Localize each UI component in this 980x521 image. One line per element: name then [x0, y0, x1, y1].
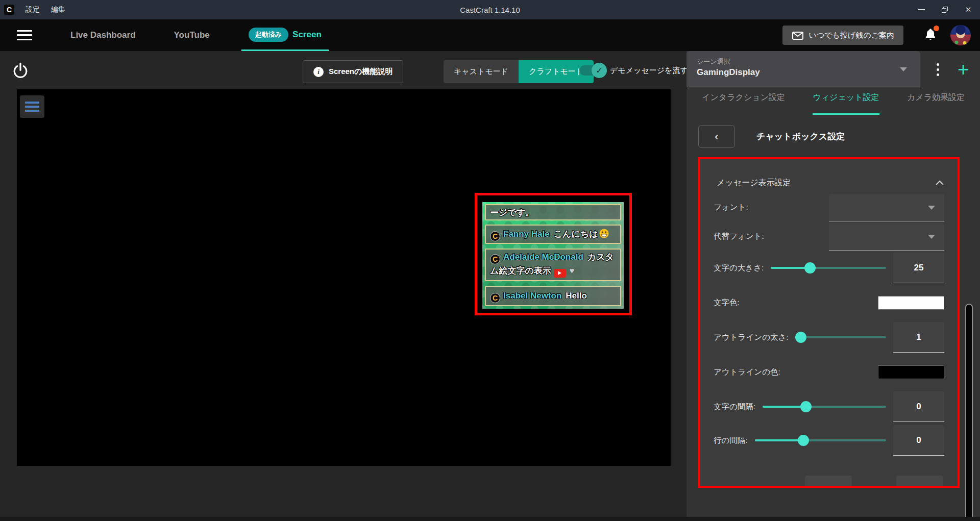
setting-label: 文字の間隔: [714, 402, 755, 412]
nav-tab-screen[interactable]: 起動済み Screen [241, 19, 329, 51]
back-button[interactable]: ‹ [698, 125, 735, 148]
letter-spacing-value[interactable]: 0 [893, 391, 944, 422]
text-color-swatch[interactable] [878, 296, 944, 310]
notification-button[interactable] [924, 28, 937, 43]
setting-row-fallback-font: 代替フォント: [714, 222, 944, 251]
setting-label: 行の間隔: [714, 435, 748, 446]
navbar: Live Dashboard YouTube 起動済み Screen いつでも投… [0, 19, 980, 51]
tip-info-button[interactable]: いつでも投げ銭のご案内 [782, 26, 903, 45]
chat-avatar-icon: C [490, 254, 500, 264]
chevron-down-icon [928, 206, 935, 210]
toggle-switch[interactable]: ✓ [579, 65, 603, 76]
notification-dot [934, 26, 939, 31]
check-icon: ✓ [592, 63, 607, 78]
setting-row-text-color: 文字色: [714, 285, 944, 320]
value-text: 0 [916, 435, 921, 445]
section-title: メッセージ表示設定 [714, 178, 791, 188]
info-icon: i [313, 67, 324, 77]
demo-message-toggle[interactable]: ✓ デモメッセージを流す [579, 65, 688, 76]
nav-item-live-dashboard[interactable]: Live Dashboard [70, 30, 136, 40]
line-spacing-value[interactable]: 0 [893, 425, 944, 456]
font-size-slider[interactable] [771, 262, 886, 274]
power-button[interactable] [9, 60, 32, 83]
chatbox-background: ージです。 CFanny Haleこんにちは CAdelaide McDonal… [482, 202, 624, 309]
nav-item-youtube[interactable]: YouTube [174, 30, 210, 40]
slider-thumb[interactable] [804, 262, 816, 274]
menu-settings[interactable]: 設定 [26, 5, 40, 14]
user-avatar[interactable] [950, 25, 971, 45]
mode-toggle: キャストモード クラフトモード [444, 60, 594, 83]
bottom-edge [0, 517, 980, 521]
outline-color-swatch[interactable] [878, 365, 944, 379]
close-button[interactable]: ✕ [957, 0, 980, 19]
setting-label: 代替フォント: [714, 231, 764, 242]
sidebar-scrollbar-thumb[interactable] [965, 304, 973, 521]
add-scene-button[interactable]: + [950, 56, 976, 83]
chat-avatar-icon: C [490, 231, 500, 241]
setting-row-font-size: 文字の大きさ: 25 [714, 251, 944, 285]
slider-track [796, 336, 886, 338]
chat-author: Isabel Newton [503, 291, 561, 301]
tip-button-label: いつでも投げ銭のご案内 [809, 31, 894, 40]
setting-label: 文字の大きさ: [714, 263, 764, 274]
demo-toggle-label: デモメッセージを流す [610, 66, 688, 76]
canvas-hamburger-icon [25, 102, 39, 104]
value-text: 0 [916, 402, 921, 412]
setting-label: フォント: [714, 202, 748, 213]
hamburger-menu-button[interactable] [17, 30, 32, 41]
scene-menu-button[interactable] [927, 56, 948, 83]
setting-label: アウトラインの色: [714, 367, 780, 378]
setting-row-outline-color: アウトラインの色: [714, 354, 944, 390]
chat-message: CIsabel NewtonHello [485, 286, 621, 306]
clipped-field [896, 476, 943, 486]
font-size-value[interactable]: 25 [893, 253, 944, 283]
section-header: メッセージ表示設定 [714, 172, 944, 193]
slider-thumb[interactable] [798, 435, 809, 446]
window-controls: ✕ [910, 0, 980, 19]
font-dropdown[interactable] [829, 194, 944, 221]
outline-width-value[interactable]: 1 [893, 322, 944, 353]
setting-label: 文字色: [714, 297, 740, 308]
chat-author: Fanny Hale [503, 229, 550, 239]
castcraft-window: C 設定 編集 CastCraft 1.14.10 ✕ Live Dashboa… [0, 0, 980, 521]
slider-thumb[interactable] [795, 332, 806, 343]
chevron-down-icon [928, 235, 935, 239]
value-text: 1 [916, 332, 921, 342]
titlebar: C 設定 編集 CastCraft 1.14.10 ✕ [0, 0, 980, 19]
chat-avatar-icon: C [490, 293, 500, 303]
outline-width-slider[interactable] [796, 332, 886, 343]
cast-mode-button[interactable]: キャストモード [444, 60, 519, 83]
chat-message: ージです。 [485, 204, 621, 220]
chatbox-widget-selection[interactable]: ージです。 CFanny Haleこんにちは CAdelaide McDonal… [475, 193, 632, 315]
collapse-chevron-icon[interactable] [935, 180, 944, 186]
line-spacing-slider[interactable] [755, 435, 886, 446]
canvas-hamburger-button[interactable] [20, 95, 44, 118]
value-text: 25 [914, 263, 924, 273]
chat-message-text: ージです。 [490, 208, 534, 217]
letter-spacing-slider[interactable] [763, 401, 886, 412]
screen-feature-button[interactable]: i Screenの機能説明 [303, 60, 403, 83]
kebab-menu-icon [937, 63, 939, 66]
heart-icon: ♥ [570, 266, 575, 275]
restore-button[interactable] [933, 0, 957, 19]
tab-camera-effects[interactable]: カメラ効果設定 [907, 82, 965, 115]
restore-icon [942, 7, 948, 13]
message-display-settings-panel: メッセージ表示設定 フォント: 代替フォント: 文字の大きさ: [698, 157, 960, 488]
clipped-field [805, 476, 852, 486]
chatbox-settings-header: ‹ チャットボックス設定 [698, 125, 845, 148]
smiley-emoji-icon [599, 229, 609, 238]
hamburger-icon [17, 30, 32, 32]
slider-thumb[interactable] [800, 401, 812, 412]
tab-interaction-settings[interactable]: インタラクション設定 [702, 82, 785, 115]
nav-screen-label: Screen [292, 30, 322, 40]
slider-fill [763, 406, 806, 408]
envelope-icon [792, 30, 804, 40]
screen-running-badge: 起動済み [249, 28, 288, 42]
tab-widget-settings[interactable]: ウィジェット設定 [813, 82, 879, 115]
fallback-font-dropdown[interactable] [829, 223, 944, 251]
chat-message-text: Hello [566, 291, 587, 301]
setting-row-font: フォント: [714, 193, 944, 222]
menu-edit[interactable]: 編集 [51, 5, 65, 14]
minimize-button[interactable] [910, 0, 933, 19]
main-area: i Screenの機能説明 キャストモード クラフトモード ✓ デモメッセージを… [0, 51, 687, 521]
